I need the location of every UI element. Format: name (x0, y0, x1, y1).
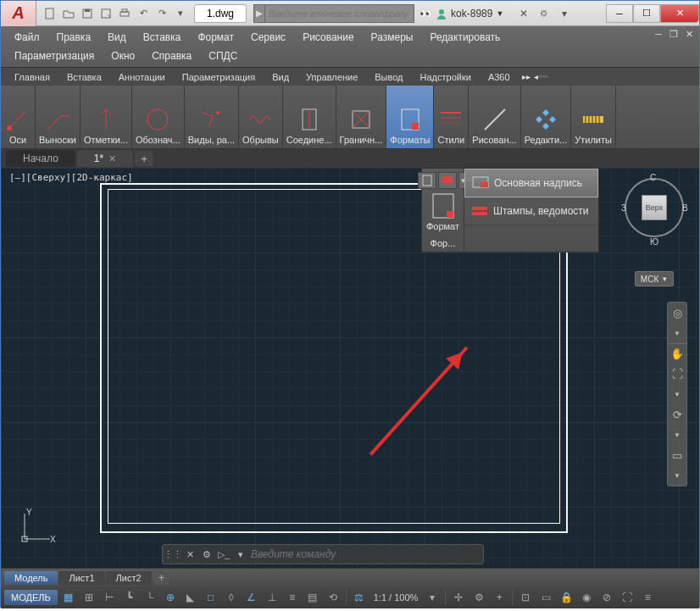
format-big-icon[interactable] (430, 192, 457, 219)
otrack-icon[interactable]: ∠ (242, 588, 261, 607)
menu-draw[interactable]: Рисование (294, 28, 362, 47)
rtab-parametric[interactable]: Параметризация (174, 69, 264, 85)
open-icon[interactable] (60, 5, 77, 22)
cmd-close-icon[interactable]: ✕ (183, 547, 197, 561)
panel-marks[interactable]: Отметки... (81, 86, 132, 148)
minimize-button[interactable]: ─ (606, 4, 633, 23)
menu-file[interactable]: Файл (6, 28, 48, 47)
qprops-icon[interactable]: ▭ (536, 588, 555, 607)
lwt-icon[interactable]: ≡ (283, 588, 302, 607)
panel-connections[interactable]: Соедине... (283, 86, 336, 148)
rtab-insert[interactable]: Вставка (58, 69, 110, 85)
cleanscreen-icon[interactable]: ⛶ (618, 588, 636, 607)
menu-window[interactable]: Окно (103, 47, 143, 65)
annomonitor-icon[interactable]: + (490, 588, 508, 607)
panel-styles[interactable]: Стили (434, 86, 469, 148)
menu-format[interactable]: Формат (189, 28, 242, 47)
search-expand-icon[interactable]: ▶ (253, 4, 265, 23)
pan-icon[interactable]: ✋ (668, 343, 686, 364)
polar-icon[interactable]: ⊕ (161, 588, 180, 607)
doc-tab-active[interactable]: 1*✕ (77, 150, 133, 167)
new-icon[interactable] (42, 5, 58, 22)
nav-dropdown-icon[interactable]: ▼ (668, 323, 686, 343)
ducs-icon[interactable]: ⊥ (263, 588, 281, 607)
viewcube[interactable]: Верх С Ю В З МСК▼ (621, 173, 687, 266)
cycle-icon[interactable]: ⟲ (324, 588, 342, 607)
menu-insert[interactable]: Вставка (135, 28, 190, 47)
orbit-dropdown-icon[interactable]: ▼ (668, 425, 686, 445)
annoscale-icon[interactable]: ⚖ (350, 588, 369, 607)
transparency-icon[interactable]: ▤ (303, 588, 322, 607)
rtab-view[interactable]: Вид (264, 69, 297, 85)
mdi-minimize[interactable]: ─ (652, 28, 665, 40)
isolate-icon[interactable]: ◉ (577, 588, 596, 607)
dd-format-small-icon[interactable] (418, 172, 436, 189)
sheet-add[interactable]: + (154, 571, 169, 585)
status-scale[interactable]: 1:1 / 100% (370, 592, 422, 603)
close-button[interactable]: ✕ (660, 4, 699, 23)
nav-wheel-icon[interactable]: ◎ (668, 303, 686, 323)
cmd-handle-icon[interactable]: ⋮⋮ (166, 547, 180, 561)
saveas-icon[interactable] (97, 5, 114, 22)
osnap-icon[interactable]: □ (202, 588, 220, 607)
sheet-layout2[interactable]: Лист2 (106, 571, 152, 585)
dd-item-stamps[interactable]: Штампы, ведомости (464, 197, 598, 225)
dynamic-input-icon[interactable]: ┗ (120, 588, 139, 607)
compass-n[interactable]: С (650, 173, 656, 182)
rtab-output[interactable]: Вывод (366, 69, 411, 85)
help-dropdown-icon[interactable]: ▾ (558, 7, 571, 20)
iso-icon[interactable]: ◣ (181, 588, 200, 607)
drawing-canvas[interactable]: [‒][Сверху][2D-каркас] ▼ Формат Фор... О… (1, 168, 699, 568)
rtab-expand-icon[interactable]: ▸▸ (522, 72, 531, 81)
compass-s[interactable]: Ю (650, 237, 658, 247)
mdi-restore[interactable]: ❐ (667, 28, 681, 40)
qat-dropdown-icon[interactable]: ▾ (172, 5, 189, 22)
workspace-icon[interactable]: ⚙ (469, 588, 488, 607)
panel-utilities[interactable]: Утилиты (571, 86, 616, 148)
compass-w[interactable]: З (621, 203, 626, 213)
orbit-icon[interactable]: ⟳ (668, 404, 686, 425)
menu-parametric[interactable]: Параметризация (6, 47, 103, 65)
viewport-label[interactable]: [‒][Сверху][2D-каркас] (9, 172, 133, 183)
ortho-icon[interactable]: └ (141, 588, 159, 607)
panel-designations[interactable]: Обознач... (132, 86, 185, 148)
dd-item-titleblock[interactable]: Основная надпись (464, 169, 598, 197)
snap-toggle-icon[interactable]: ⊞ (80, 588, 98, 607)
menu-view[interactable]: Вид (99, 28, 135, 47)
wcs-button[interactable]: МСК▼ (635, 271, 674, 286)
panel-modify[interactable]: Редакти... (521, 86, 572, 148)
panel-views[interactable]: Виды, ра... (185, 86, 239, 148)
command-input[interactable] (251, 548, 480, 560)
menu-tools[interactable]: Сервис (242, 28, 294, 47)
menu-dimension[interactable]: Размеры (363, 28, 422, 47)
doc-tab-close-icon[interactable]: ✕ (108, 153, 116, 164)
redo-icon[interactable]: ↷ (153, 5, 170, 22)
zoom-extents-icon[interactable]: ⛶ (668, 364, 686, 384)
ucs-icon[interactable]: Y X (18, 508, 55, 546)
doc-tab-add[interactable]: + (135, 151, 153, 166)
showmotion-icon[interactable]: ▭ (668, 445, 686, 465)
zoom-dropdown-icon[interactable]: ▼ (668, 384, 686, 404)
panel-breaks[interactable]: Обрывы (239, 86, 283, 148)
rtab-addins[interactable]: Надстройки (412, 69, 480, 85)
panel-boundary[interactable]: Граничн... (336, 86, 387, 148)
search-input[interactable] (265, 4, 414, 23)
panel-leaders[interactable]: Выноски (36, 86, 81, 148)
rtab-annotate[interactable]: Аннотации (110, 69, 174, 85)
undo-icon[interactable]: ↶ (135, 5, 152, 22)
rtab-manage[interactable]: Управление (297, 69, 366, 85)
menu-spds[interactable]: СПДС (200, 47, 246, 65)
hardware-icon[interactable]: ⊘ (597, 588, 616, 607)
doc-tab-start[interactable]: Начало (6, 150, 75, 167)
menu-help[interactable]: Справка (143, 47, 200, 65)
grid-toggle-icon[interactable]: ▦ (59, 588, 78, 607)
mdi-close[interactable]: ✕ (682, 28, 696, 40)
panel-formats[interactable]: Форматы (386, 86, 434, 148)
units-icon[interactable]: ⊡ (516, 588, 535, 607)
viewcube-face[interactable]: Верх (642, 195, 667, 220)
exchange-icon[interactable]: ✕ (517, 7, 531, 20)
status-modelspace[interactable]: МОДЕЛЬ (4, 590, 58, 605)
dd-stamp-small-icon[interactable] (438, 172, 457, 189)
infer-icon[interactable]: ⊢ (100, 588, 119, 607)
customize-icon[interactable]: ≡ (638, 588, 657, 607)
